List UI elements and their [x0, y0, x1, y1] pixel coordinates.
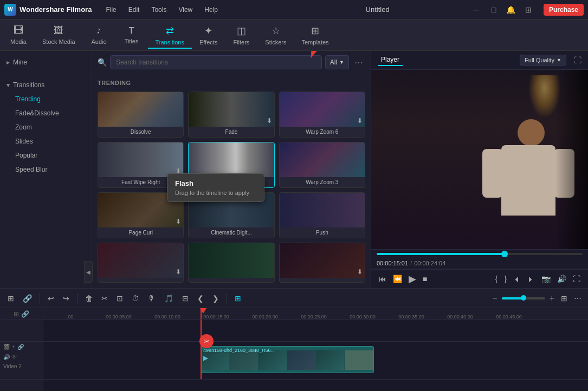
menu-tools[interactable]: Tools	[146, 4, 172, 16]
video-clip[interactable]: 4994158-uhd_2160_3840_R56... ▶	[201, 346, 374, 373]
snap-button[interactable]: ⊞	[231, 292, 244, 305]
group-button[interactable]: ⊟	[179, 292, 192, 305]
sidebar-item-slides[interactable]: Slides	[0, 134, 92, 148]
transition-warp-zoom-6[interactable]: ⬇ Warp Zoom 6	[279, 92, 365, 138]
transitions-panel: 🔍 All ▼ ⋯ TRENDING	[92, 51, 371, 288]
notification-button[interactable]: 🔔	[505, 3, 518, 16]
fullscreen-button[interactable]: ⛶	[571, 273, 583, 284]
next-frame-button[interactable]: ⏵	[525, 273, 537, 284]
cut-button[interactable]: ✂	[98, 292, 111, 305]
transition-generic1[interactable]: ⬇	[98, 243, 184, 283]
voice-button[interactable]: 🎙	[145, 292, 159, 305]
mark-out-tl-button[interactable]: ❯	[209, 292, 222, 305]
timeline-link-button[interactable]: 🔗	[21, 310, 29, 318]
tab-effects[interactable]: ✦ Effects	[192, 22, 225, 49]
menu-view[interactable]: View	[173, 4, 198, 16]
transition-warp-zoom-3[interactable]: Warp Zoom 3	[279, 142, 365, 188]
crop-button[interactable]: ⊡	[113, 292, 126, 305]
timeline-tracks: 🎬 + 🔗 🔊 👁 Video 2	[0, 320, 588, 391]
sidebar-item-popular[interactable]: Popular	[0, 148, 92, 162]
time-display-row: 00:00:15:01 / 00:00:24:04	[371, 258, 588, 269]
more-options-button[interactable]: ⋯	[352, 56, 365, 69]
purchase-button[interactable]: Purchase	[544, 4, 584, 16]
go-start-button[interactable]: ⏮	[377, 273, 389, 284]
apps-button[interactable]: ⊞	[522, 3, 535, 16]
tab-audio[interactable]: ♪ Audio	[83, 22, 115, 48]
transition-fade[interactable]: ⬇ Fade	[188, 92, 274, 138]
tool-tabs: 🎞 Media 🖼 Stock Media ♪ Audio T Titles ⇄…	[0, 19, 588, 51]
screenshot-button[interactable]: 📷	[539, 273, 553, 284]
zoom-slider[interactable]	[502, 297, 545, 299]
search-input[interactable]	[110, 55, 322, 69]
mine-header[interactable]: ▶ Mine	[0, 55, 92, 69]
minimize-button[interactable]: ─	[470, 3, 483, 16]
player-tab[interactable]: Player	[378, 54, 403, 66]
timeline-add-track-button[interactable]: ⊞	[14, 310, 19, 318]
menu-edit[interactable]: Edit	[123, 4, 145, 16]
redo-button[interactable]: ↪	[60, 292, 73, 305]
page-curl-label: Page Curl	[98, 227, 183, 238]
speed-button[interactable]: ⏱	[128, 292, 143, 305]
tab-stock-media[interactable]: 🖼 Stock Media	[35, 22, 83, 48]
preview-expand-button[interactable]: ⛶	[574, 56, 581, 64]
mark-out-button[interactable]: }	[502, 273, 509, 284]
tab-media[interactable]: 🎞 Media	[2, 22, 35, 48]
transitions-arrow: ▶	[6, 83, 11, 87]
add-track-button[interactable]: ⊞	[4, 292, 17, 305]
tab-templates[interactable]: ⊞ Templates	[294, 22, 336, 49]
sidebar-item-speed-blur[interactable]: Speed Blur	[0, 162, 92, 177]
track-content: ✂ 4994158-uhd_2160_3840_R56... ▶	[43, 320, 588, 391]
tab-titles[interactable]: T Titles	[115, 23, 148, 48]
more-options-tl-button[interactable]: ⋯	[572, 292, 584, 305]
transitions-header[interactable]: ▶ Transitions	[0, 78, 92, 92]
transition-generic3[interactable]: ⬇	[279, 243, 365, 283]
flash-tooltip: Flash Drag to the timeline to apply	[167, 173, 264, 202]
play-button[interactable]: ▶	[406, 272, 418, 286]
mark-in-tl-button[interactable]: ❮	[194, 292, 207, 305]
menu-help[interactable]: Help	[199, 4, 223, 16]
tab-stickers[interactable]: ☆ Stickers	[257, 22, 294, 49]
transition-push[interactable]: Push	[279, 192, 365, 238]
progress-bar[interactable]	[377, 253, 583, 255]
sidebar-item-fade-dissolve[interactable]: Fade&Dissolve	[0, 106, 92, 120]
tab-filters[interactable]: ◫ Filters	[225, 22, 257, 49]
track-visibility-btn[interactable]: 👁	[11, 354, 17, 360]
grid-view-button[interactable]: ⊞	[559, 292, 570, 305]
zoom-in-button[interactable]: +	[547, 294, 557, 303]
transition-generic2[interactable]	[188, 243, 274, 283]
menu-file[interactable]: File	[100, 4, 121, 16]
quality-selector[interactable]: Full Quality ▼	[520, 55, 566, 66]
prev-frame-button[interactable]: ⏴	[511, 273, 523, 284]
sidebar-item-trending[interactable]: Trending	[0, 92, 92, 106]
panel-collapse-btn[interactable]: ◀	[84, 261, 93, 283]
ruler-mark-5: 00:00:05:00	[94, 314, 143, 320]
transition-dissolve[interactable]: Dissolve	[98, 92, 184, 138]
sidebar-item-zoom[interactable]: Zoom	[0, 120, 92, 134]
effects-icon: ✦	[204, 25, 212, 37]
clip-frame-2	[230, 350, 259, 370]
stop-button[interactable]: ■	[421, 273, 429, 284]
track-label-empty	[0, 320, 43, 342]
zoom-out-button[interactable]: −	[490, 294, 499, 303]
restore-button[interactable]: □	[487, 3, 500, 16]
mic-button[interactable]: 🎵	[161, 292, 177, 305]
timeline-ruler[interactable]: ⊞ 🔗 :00 00:00:05:00 00:00:10:00 00:00:15…	[0, 308, 588, 320]
progress-container	[371, 249, 588, 258]
document-title: Untitled	[285, 5, 470, 14]
link-button[interactable]: 🔗	[20, 292, 35, 305]
logo-icon: W	[4, 4, 16, 16]
delete-button[interactable]: 🗑	[82, 292, 96, 305]
time-separator: /	[410, 260, 412, 266]
filter-dropdown[interactable]: All ▼	[325, 55, 349, 69]
undo-button[interactable]: ↩	[44, 292, 57, 305]
track-add-btn[interactable]: +	[12, 344, 15, 350]
track-mute-btn[interactable]: 🔊	[3, 354, 10, 360]
tab-transitions[interactable]: ⇄ Transitions	[148, 22, 192, 49]
mark-in-button[interactable]: {	[493, 273, 500, 284]
video2-controls: 🎬 + 🔗	[3, 344, 40, 350]
app-logo: W Wondershare Filmora	[4, 4, 92, 16]
step-back-button[interactable]: ⏪	[391, 273, 404, 284]
volume-button[interactable]: 🔊	[555, 273, 568, 284]
tab-filters-label: Filters	[233, 39, 249, 45]
progress-thumb	[501, 251, 508, 257]
